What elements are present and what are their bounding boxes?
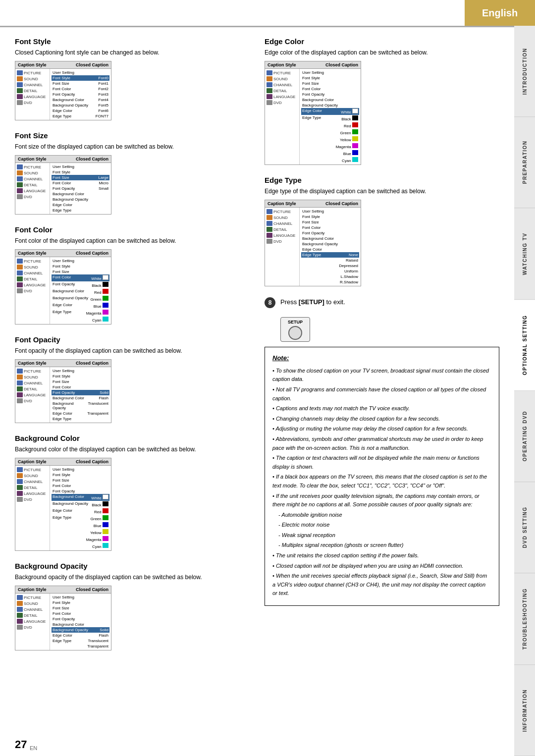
right-label-information: INFORMATION [514, 665, 535, 756]
edge-color-menu: Caption Style Closed Caption PICTURE SOU… [265, 61, 361, 165]
edge-type-section: Edge Type Edge type of the displayed cap… [265, 176, 499, 286]
edge-color-text: Edge color of the displayed caption can … [265, 48, 499, 57]
note-item-2: • Not all TV programs and commercials ha… [272, 385, 491, 403]
right-column: Edge Color Edge color of the displayed c… [265, 37, 499, 661]
menu-closed-caption: Closed Caption [76, 62, 108, 67]
setting-edge-type: Edge TypeFONT7 [52, 113, 109, 119]
background-opacity-menu: Caption Style Closed Caption PICTURE SOU… [15, 586, 111, 650]
menu-body2: PICTURE SOUND CHANNEL DETAIL LANGUAGE DV… [15, 163, 111, 214]
note-item-7: • The caption or text characters will no… [272, 454, 491, 471]
menu-item-dvd2: DVD [15, 194, 50, 200]
note-title: Note: [272, 353, 491, 364]
font-size-text: Font size of the displayed caption can b… [15, 142, 250, 151]
step-number: 8 [265, 297, 275, 308]
background-color-menu: Caption Style Closed Caption PICTURE SOU… [15, 458, 111, 551]
menu-item-sound2: SOUND [15, 170, 50, 176]
font-style-section: Font Style Closed Captioning font style … [15, 37, 250, 120]
note-box: Note: • To show the closed caption on yo… [265, 347, 499, 606]
menu-caption-style: Caption Style [18, 62, 47, 67]
setup-bold: [SETUP] [299, 298, 324, 306]
main-content: Font Style Closed Captioning font style … [0, 27, 514, 671]
right-label-preparation: PREPARATION [514, 117, 535, 208]
setting-font-opacity: Font OpacityFont3 [52, 92, 109, 97]
font-color-section: Font Color Font color of the displayed c… [15, 225, 250, 324]
edge-type-title: Edge Type [265, 176, 499, 184]
menu-item-language2: LANGUAGE [15, 188, 50, 194]
setting-font-style: Font StyleFont0 [52, 75, 109, 81]
menu-item-channel2: CHANNEL [15, 176, 50, 182]
background-color-title: Background Color [15, 434, 250, 442]
note-item-12: • When the unit receives special effects… [272, 572, 491, 598]
note-item-9c: - Weak signal reception [278, 531, 491, 540]
setting-font-size: Font SizeFont1 [52, 81, 109, 86]
edge-type-text: Edge type of the displayed caption can b… [265, 187, 499, 196]
edge-color-title: Edge Color [265, 37, 499, 46]
menu-left2: PICTURE SOUND CHANNEL DETAIL LANGUAGE DV… [15, 163, 50, 214]
setting-bg-color: Background ColorFont4 [52, 97, 109, 103]
note-item-6: • Abbreviations, symbols and other gramm… [272, 435, 491, 452]
right-label-operating-dvd: OPERATING DVD [514, 391, 535, 482]
font-style-title: Font Style [15, 37, 250, 46]
menu-item-sound: SOUND [15, 76, 50, 82]
font-opacity-title: Font Opacity [15, 335, 250, 344]
step-8-section: 8 Press [SETUP] to exit. [265, 297, 499, 308]
note-item-9: • If the unit receives poor quality tele… [272, 492, 491, 509]
left-column: Font Style Closed Captioning font style … [15, 37, 250, 661]
menu-item-detail: DETAIL [15, 88, 50, 94]
font-color-menu: Caption Style Closed Caption PICTURE SOU… [15, 249, 111, 324]
menu-item-detail2: DETAIL [15, 182, 50, 188]
menu-right2: User Setting Font Style Font SizeLarge F… [50, 163, 111, 214]
menu-header2: Caption Style Closed Caption [15, 156, 111, 163]
font-style-menu: Caption Style Closed Caption PICTURE SOU… [15, 61, 111, 120]
setting-bg-opacity: Background OpacityFont5 [52, 103, 109, 108]
menu-item-dvd: DVD [15, 100, 50, 106]
background-color-section: Background Color Background color of the… [15, 434, 250, 551]
menu-left: PICTURE SOUND CHANNEL DETAIL LANGUAGE DV… [15, 69, 50, 120]
note-item-9d: - Multiplex signal reception (ghosts or … [278, 541, 491, 550]
right-label-watching-tv: WATCHING TV [514, 209, 535, 300]
background-color-text: Background color of the displayed captio… [15, 445, 250, 454]
edge-type-menu: Caption Style Closed Caption PICTURE SOU… [265, 200, 361, 286]
menu-right: User Setting Font StyleFont0 Font SizeFo… [50, 69, 111, 120]
font-size-menu: Caption Style Closed Caption PICTURE SOU… [15, 155, 111, 215]
language-bar: English [465, 0, 535, 26]
menu-item-picture2: PICTURE [15, 164, 50, 170]
note-item-5: • Adjusting or muting the volume may del… [272, 425, 491, 433]
two-column-layout: Font Style Closed Captioning font style … [15, 37, 499, 661]
right-label-optional-setting: OPTIONAL SETTING [514, 300, 535, 391]
edge-color-section: Edge Color Edge color of the displayed c… [265, 37, 499, 165]
font-style-text: Closed Captioning font style can be chan… [15, 48, 250, 57]
note-item-9a: - Automobile ignition noise [278, 511, 491, 520]
background-opacity-text: Background opacity of the displayed capt… [15, 573, 250, 582]
menu-body: PICTURE SOUND CHANNEL DETAIL LANGUAGE DV… [15, 69, 111, 120]
setup-btn-label: SETUP [288, 320, 303, 324]
font-opacity-menu: Caption Style Closed Caption PICTURE SOU… [15, 359, 111, 423]
language-label: English [482, 7, 518, 19]
font-color-title: Font Color [15, 225, 250, 234]
note-item-8: • If a black box appears on the TV scree… [272, 473, 491, 490]
note-item-11: • Closed caption will not be displayed w… [272, 562, 491, 571]
font-size-section: Font Size Font size of the displayed cap… [15, 131, 250, 215]
menu-item-language: LANGUAGE [15, 94, 50, 100]
menu-header: Caption Style Closed Caption [15, 61, 111, 69]
right-label-dvd-setting: DVD SETTING [514, 482, 535, 573]
page-locale: EN [30, 745, 37, 751]
font-size-title: Font Size [15, 131, 250, 140]
setting-font-color: Font ColorFont2 [52, 86, 109, 92]
menu-item-channel: CHANNEL [15, 82, 50, 88]
setting-user: User Setting [52, 70, 109, 75]
page-number: 27 [15, 738, 27, 751]
setting-edge-color: Edge ColorFont6 [52, 108, 109, 113]
step-text: Press [SETUP] to exit. [280, 297, 345, 306]
setup-btn-icon [288, 326, 302, 340]
background-opacity-section: Background Opacity Background opacity of… [15, 562, 250, 650]
setup-button-image: SETUP [280, 317, 310, 342]
font-color-text: Font color of the displayed caption can … [15, 236, 250, 245]
font-opacity-text: Font opacity of the displayed caption ca… [15, 346, 250, 355]
menu-item-picture: PICTURE [15, 70, 50, 76]
background-opacity-title: Background Opacity [15, 562, 250, 570]
note-item-10: • The unit retains the closed caption se… [272, 551, 491, 560]
note-item-3: • Captions and texts may not match the T… [272, 404, 491, 413]
right-labels: INTRODUCTION PREPARATION WATCHING TV OPT… [514, 0, 535, 756]
note-item-1: • To show the closed caption on your TV … [272, 367, 491, 384]
